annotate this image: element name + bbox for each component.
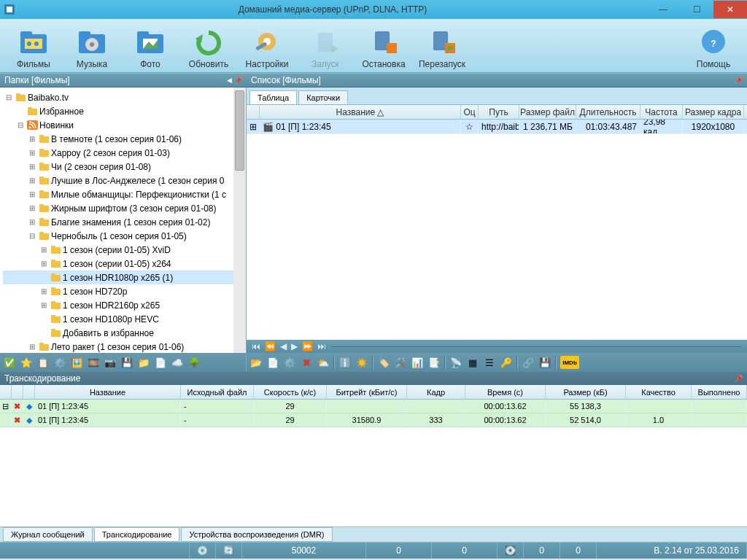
tree-item[interactable]: ⊞Милые обманщицы: Перфекционистки (1 с [3, 187, 246, 201]
grid-row[interactable]: ⊞ 🎬 01 [П] 1:23:45 ☆ http://baiba 1 236,… [247, 120, 747, 134]
toolbar-music-button[interactable]: Музыка [63, 23, 121, 69]
tree-expand-icon[interactable]: ⊞ [26, 149, 38, 157]
tree-item[interactable]: ⊟Чернобыль (1 сезон серия 01-05) [3, 229, 246, 243]
sun-icon[interactable]: ☀️ [355, 356, 368, 369]
nav-next-icon[interactable]: ▶ [291, 341, 298, 351]
open-icon[interactable]: 📂 [249, 356, 263, 369]
folder-icon[interactable]: 📁 [137, 356, 150, 369]
chart-icon[interactable]: 📊 [411, 356, 424, 369]
tree-expand-icon[interactable]: ⊞ [38, 301, 50, 309]
window-maximize-button[interactable]: ☐ [680, 1, 713, 18]
expand-col[interactable] [247, 105, 260, 119]
tree-item[interactable]: Избранное [3, 104, 246, 118]
weather-icon[interactable]: ⛅ [317, 356, 330, 369]
photo-icon[interactable]: 📷 [104, 356, 117, 369]
nav-prev-icon[interactable]: ◀ [280, 341, 287, 351]
toolbar-help-button[interactable]: ?Помощь [684, 23, 743, 69]
info-icon[interactable]: ◆ [23, 400, 35, 413]
nav-fastback-icon[interactable]: ⏪ [265, 341, 276, 351]
delete-icon[interactable]: ✖ [12, 413, 23, 427]
tree-expand-icon[interactable]: ⊟ [3, 93, 15, 101]
cast-icon[interactable]: 📡 [449, 356, 462, 369]
doc-icon[interactable]: 📄 [266, 356, 279, 369]
col-rating[interactable]: Оц [461, 105, 479, 119]
tree-item[interactable]: ⊞Лучшие в Лос-Анджелесе (1 сезон серия 0 [3, 174, 246, 187]
toolbar-restart-button[interactable]: Перезапуск [413, 23, 471, 69]
expand-icon[interactable]: ⊞ [247, 120, 260, 133]
cloud-icon[interactable]: ☁️ [171, 356, 184, 369]
list-icon[interactable]: 📋 [36, 356, 50, 369]
info-icon[interactable]: ◆ [23, 413, 35, 427]
tab-transcoding[interactable]: Транскодирование [94, 527, 180, 542]
tab-log[interactable]: Журнал сообщений [3, 527, 93, 542]
delete-icon[interactable]: ✖ [12, 400, 23, 413]
gear-icon[interactable]: ⚙️ [283, 356, 296, 369]
tree-expand-icon[interactable]: ⊞ [26, 163, 38, 171]
col-frame[interactable]: Размер кадра [683, 105, 744, 119]
col-name[interactable]: Название △ [260, 105, 461, 119]
tree-item[interactable]: ⊞Жирным шрифтом (3 сезон серия 01-08) [3, 201, 246, 215]
save-icon[interactable]: 💾 [120, 356, 133, 369]
image-icon[interactable]: 🖼️ [70, 356, 83, 369]
col-path[interactable]: Путь [479, 105, 519, 119]
toolbar-photo-button[interactable]: Фото [121, 23, 179, 69]
save-icon[interactable]: 💾 [538, 356, 551, 369]
tree-expand-icon[interactable]: ⊞ [26, 218, 38, 226]
nav-first-icon[interactable]: ⏮ [252, 341, 260, 351]
pane-pin-icon[interactable]: 📌 [735, 375, 743, 382]
tree-item[interactable]: ⊞В темноте (1 сезон серия 01-06) [3, 132, 246, 146]
tab-cards[interactable]: Карточки [298, 90, 348, 104]
tab-table[interactable]: Таблица [249, 90, 297, 104]
pane-pin-icon[interactable]: 📌 [233, 77, 242, 84]
nav-fastfwd-icon[interactable]: ⏩ [302, 341, 313, 351]
tree-expand-icon[interactable]: ⊞ [38, 287, 50, 295]
toolbar-settings-button[interactable]: Настройки [238, 23, 296, 69]
toolbar-films-button[interactable]: Фильмы [4, 23, 63, 69]
tree-item[interactable]: ⊞Благие знамения (1 сезон серия 01-02) [3, 215, 246, 229]
star-cell[interactable]: ☆ [461, 120, 479, 133]
tag-icon[interactable]: 🏷️ [377, 356, 390, 369]
toolbar-refresh-button[interactable]: Обновить [179, 23, 238, 69]
delete-icon[interactable]: ✖ [300, 356, 313, 369]
col-freq[interactable]: Частота [640, 105, 683, 119]
tree-item[interactable]: ⊞1 сезон HD720p [3, 284, 246, 298]
col-size[interactable]: Размер файл [519, 105, 576, 119]
tree-expand-icon[interactable]: ⊞ [26, 204, 38, 212]
tree-expand-icon[interactable]: ⊟ [15, 121, 26, 129]
tree-expand-icon[interactable]: ⊞ [26, 190, 38, 198]
toolbar-stop-button[interactable]: Остановка [355, 23, 413, 69]
tools-icon[interactable]: 🛠️ [394, 356, 407, 369]
tree-expand-icon[interactable]: ⊞ [38, 260, 50, 268]
tree-item[interactable]: Добавить в избранное [3, 326, 246, 340]
tree-item[interactable]: ⊟Baibako.tv [3, 90, 246, 104]
tree-expand-icon[interactable]: ⊞ [26, 176, 38, 184]
tree-item[interactable]: 1 сезон HDR1080p x265 (1) [3, 271, 246, 284]
window-minimize-button[interactable]: — [646, 1, 680, 18]
tree-expand-icon[interactable]: ⊞ [38, 246, 50, 254]
tree-expand-icon[interactable]: ⊞ [26, 343, 38, 351]
link-icon[interactable]: 🔗 [522, 356, 535, 369]
star-icon[interactable]: ⭐ [20, 356, 33, 369]
transcoding-row[interactable]: ✖◆01 [П] 1:23:45-2931580.933300:00:13.62… [0, 413, 747, 427]
nav-last-icon[interactable]: ⏭ [317, 341, 326, 351]
transcoding-row[interactable]: ⊟✖◆01 [П] 1:23:45-2900:00:13.6255 138,3 [0, 400, 747, 413]
tree-item[interactable]: ⊞Лето ракет (1 сезон серия 01-06) [3, 340, 246, 353]
check-icon[interactable]: ✅ [3, 356, 16, 369]
key-icon[interactable]: 🔑 [500, 356, 513, 369]
tree-item[interactable]: ⊞1 сезон (серии 01-05) x264 [3, 257, 246, 271]
film-icon[interactable]: 🎞️ [87, 356, 100, 369]
list2-icon[interactable]: ☰ [483, 356, 496, 369]
col-duration[interactable]: Длительность [576, 105, 640, 119]
grid-icon[interactable]: ▦ [466, 356, 479, 369]
tree-icon[interactable]: 🌳 [187, 356, 201, 369]
tree-item[interactable]: ⊞Чи (2 сезон серия 01-08) [3, 160, 246, 174]
doc-icon[interactable]: 📄 [154, 356, 167, 369]
gear-icon[interactable]: ⚙️ [53, 356, 66, 369]
imdb-icon[interactable]: IMDb [560, 356, 579, 369]
tree-scrollbar[interactable] [233, 88, 246, 353]
copy-icon[interactable]: 📑 [427, 356, 441, 369]
pane-pin-icon[interactable]: 📌 [734, 77, 743, 84]
tree-item[interactable]: 1 сезон HD1080p HEVC [3, 312, 246, 326]
tree-expand-icon[interactable]: ⊟ [26, 232, 38, 240]
tree-item[interactable]: ⊞1 сезон HDR2160p x265 [3, 298, 246, 312]
